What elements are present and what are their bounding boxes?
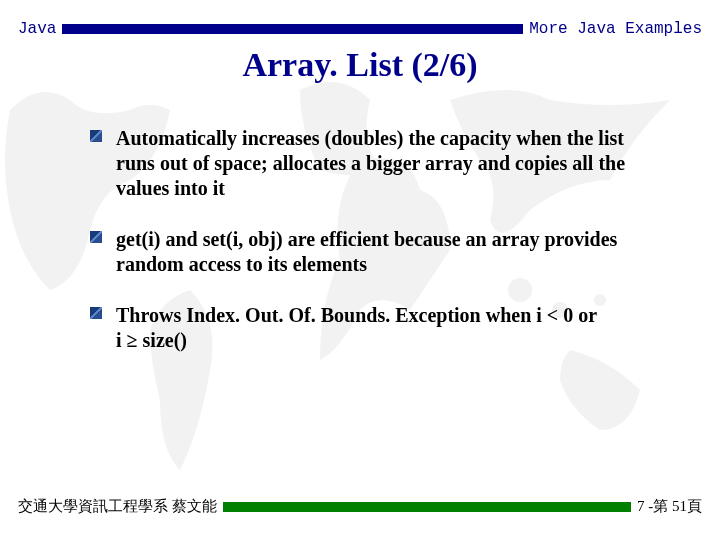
footer-left-text: 交通大學資訊工程學系 蔡文能 [18, 497, 217, 516]
header-right-text: More Java Examples [529, 20, 702, 38]
bullet-icon [90, 307, 102, 319]
bullet-text: Automatically increases (doubles) the ca… [116, 127, 625, 199]
bullet-item: get(i) and set(i, obj) are efficient bec… [90, 227, 660, 277]
slide: Java More Java Examples Array. List (2/6… [0, 0, 720, 540]
bullet-item: Throws Index. Out. Of. Bounds. Exception… [90, 303, 660, 353]
bullet-text: get(i) and set(i, obj) are efficient bec… [116, 228, 617, 275]
bullet-item: Automatically increases (doubles) the ca… [90, 126, 660, 201]
content: Automatically increases (doubles) the ca… [90, 126, 660, 379]
bullet-text: Throws Index. Out. Of. Bounds. Exception… [116, 304, 597, 351]
bullet-icon [90, 231, 102, 243]
footer-bar [223, 502, 631, 512]
slide-title: Array. List (2/6) [0, 46, 720, 84]
header: Java More Java Examples [18, 20, 702, 38]
footer-right-text: 7 -第 51頁 [637, 497, 702, 516]
header-bar [62, 24, 523, 34]
footer: 交通大學資訊工程學系 蔡文能 7 -第 51頁 [18, 497, 702, 516]
bullet-icon [90, 130, 102, 142]
header-left-text: Java [18, 20, 56, 38]
